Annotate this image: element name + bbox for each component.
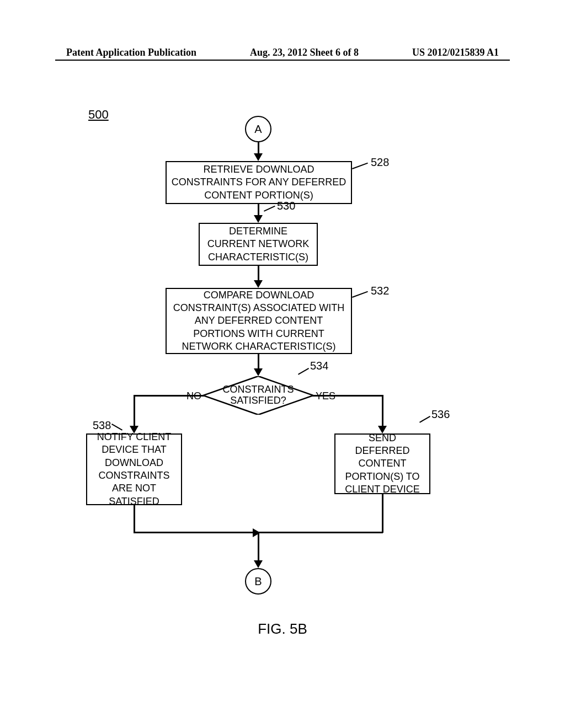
arrowhead-532-534 [254, 368, 263, 376]
line-538-down [134, 505, 135, 533]
process-530-text: DETERMINE CURRENT NETWORK CHARACTERISTIC… [204, 225, 312, 264]
header-center: Aug. 23, 2012 Sheet 6 of 8 [250, 47, 359, 58]
line-no-h [134, 395, 204, 397]
process-536: SEND DEFERRED CONTENT PORTION(S) TO CLIE… [334, 433, 430, 494]
line-no-v [134, 395, 135, 427]
arrowhead-b [254, 560, 263, 568]
branch-no-label: NO [186, 390, 201, 402]
ref-534: 534 [310, 360, 328, 372]
header-left: Patent Application Publication [66, 47, 196, 58]
flowchart: A RETRIEVE DOWNLOAD CONSTRAINTS FOR ANY … [0, 110, 565, 634]
process-532: COMPARE DOWNLOAD CONSTRAINT(S) ASSOCIATE… [166, 288, 352, 354]
decision-534-text: CONSTRAINTS SATISFIED? [203, 376, 313, 415]
arrow-530-532 [258, 266, 259, 281]
branch-yes-label: YES [316, 390, 335, 402]
arrow-532-534 [258, 354, 259, 370]
line-538-h [134, 532, 254, 533]
ref-528: 528 [371, 156, 389, 169]
arrow-a-528 [258, 142, 259, 154]
leader-536 [419, 416, 430, 423]
header-right: US 2012/0215839 A1 [412, 47, 499, 58]
line-536-down [382, 494, 383, 533]
arrow-528-530 [258, 204, 259, 216]
leader-528 [352, 163, 368, 169]
connector-b: B [245, 568, 271, 595]
leader-530 [264, 206, 275, 212]
ref-538: 538 [93, 419, 111, 432]
ref-532: 532 [371, 285, 389, 297]
decision-534: CONSTRAINTS SATISFIED? [203, 376, 313, 415]
connector-a-label: A [254, 123, 262, 136]
line-merge-down [258, 532, 259, 561]
arrowhead-a-528 [254, 153, 263, 161]
process-538: NOTIFY CLIENT DEVICE THAT DOWNLOAD CONST… [86, 433, 182, 505]
ref-536: 536 [431, 408, 450, 421]
process-532-text: COMPARE DOWNLOAD CONSTRAINT(S) ASSOCIATE… [171, 289, 347, 354]
leader-534 [298, 368, 309, 375]
leader-532 [352, 291, 368, 298]
connector-a: A [245, 116, 271, 142]
leader-538 [111, 424, 122, 431]
connector-b-label: B [254, 575, 262, 588]
header-divider [55, 60, 510, 61]
ref-530: 530 [277, 200, 295, 212]
process-536-text: SEND DEFERRED CONTENT PORTION(S) TO CLIE… [340, 432, 425, 496]
line-yes-v [382, 395, 383, 427]
process-528: RETRIEVE DOWNLOAD CONSTRAINTS FOR ANY DE… [166, 161, 352, 204]
process-538-text: NOTIFY CLIENT DEVICE THAT DOWNLOAD CONST… [92, 431, 177, 508]
line-536-h [258, 532, 383, 533]
figure-caption: FIG. 5B [0, 620, 565, 638]
patent-header: Patent Application Publication Aug. 23, … [66, 47, 499, 58]
arrowhead-530-532 [254, 280, 263, 288]
process-530: DETERMINE CURRENT NETWORK CHARACTERISTIC… [199, 223, 318, 266]
line-yes-h [312, 395, 383, 397]
arrowhead-528-530 [254, 215, 263, 223]
process-528-text: RETRIEVE DOWNLOAD CONSTRAINTS FOR ANY DE… [171, 163, 347, 202]
